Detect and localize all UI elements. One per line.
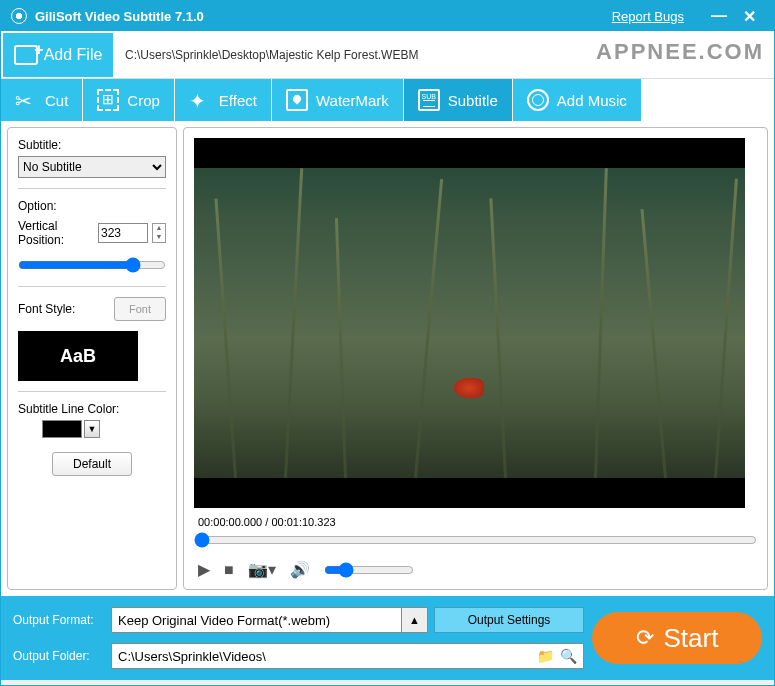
scrubber[interactable] [194, 532, 757, 548]
subtitle-label: Subtitle: [18, 138, 166, 152]
scissors-icon [15, 89, 37, 111]
start-label: Start [664, 623, 719, 654]
titlebar: GiliSoft Video Subtitle 7.1.0 Report Bug… [1, 1, 774, 31]
sidebar: Subtitle: No Subtitle Option: Vertical P… [7, 127, 177, 590]
stop-button[interactable]: ■ [224, 561, 234, 579]
vertical-position-slider[interactable] [18, 257, 166, 273]
output-format-dropdown[interactable]: ▲ [402, 607, 428, 633]
music-icon [527, 89, 549, 111]
app-title: GiliSoft Video Subtitle 7.1.0 [35, 9, 204, 24]
tab-music-label: Add Music [557, 92, 627, 109]
font-style-label: Font Style: [18, 302, 75, 316]
output-format-label: Output Format: [13, 613, 103, 627]
default-button[interactable]: Default [52, 452, 132, 476]
output-format-select[interactable]: Keep Original Video Format(*.webm) [111, 607, 402, 633]
tab-effect[interactable]: Effect [175, 79, 271, 121]
open-folder-icon[interactable]: 🔍 [560, 648, 577, 664]
footer: Output Format: Keep Original Video Forma… [1, 596, 774, 680]
play-button[interactable]: ▶ [198, 560, 210, 579]
close-button[interactable]: ✕ [734, 7, 764, 26]
font-preview: AaB [18, 331, 138, 381]
font-button[interactable]: Font [114, 297, 166, 321]
video-preview[interactable] [194, 138, 745, 508]
effect-icon [189, 89, 211, 111]
watermark-icon [286, 89, 308, 111]
vertical-position-label: Vertical Position: [18, 219, 94, 247]
start-button[interactable]: ⟳ Start [592, 612, 762, 664]
tab-music[interactable]: Add Music [513, 79, 641, 121]
tab-crop-label: Crop [127, 92, 160, 109]
tabs: Cut Crop Effect WaterMark Subtitle Add M… [1, 79, 774, 121]
timecode: 00:00:00.000 / 00:01:10.323 [194, 516, 757, 528]
browse-folder-icon[interactable]: 📁 [537, 648, 554, 664]
tab-crop[interactable]: Crop [83, 79, 174, 121]
tab-watermark-label: WaterMark [316, 92, 389, 109]
crop-icon [97, 89, 119, 111]
tab-cut[interactable]: Cut [1, 79, 82, 121]
volume-icon[interactable]: 🔊 [290, 560, 310, 579]
line-color-label: Subtitle Line Color: [18, 402, 166, 416]
tab-cut-label: Cut [45, 92, 68, 109]
file-bar: Add File C:\Users\Sprinkle\Desktop\Majes… [1, 31, 774, 79]
playback-controls: ▶ ■ 📷▾ 🔊 [194, 560, 757, 579]
line-color-swatch[interactable] [42, 420, 82, 438]
minimize-button[interactable]: — [704, 7, 734, 25]
output-folder-value: C:\Users\Sprinkle\Videos\ [118, 649, 266, 664]
report-bugs-link[interactable]: Report Bugs [612, 9, 684, 24]
tab-watermark[interactable]: WaterMark [272, 79, 403, 121]
subtitle-icon [418, 89, 440, 111]
tab-subtitle-label: Subtitle [448, 92, 498, 109]
subtitle-select[interactable]: No Subtitle [18, 156, 166, 178]
option-label: Option: [18, 199, 166, 213]
output-folder-label: Output Folder: [13, 649, 103, 663]
add-file-icon [14, 45, 38, 65]
app-icon [11, 8, 27, 24]
preview-panel: 00:00:00.000 / 00:01:10.323 ▶ ■ 📷▾ 🔊 [183, 127, 768, 590]
tab-subtitle[interactable]: Subtitle [404, 79, 512, 121]
volume-slider[interactable] [324, 562, 414, 578]
add-file-label: Add File [44, 46, 103, 64]
tab-effect-label: Effect [219, 92, 257, 109]
output-folder-input[interactable]: C:\Users\Sprinkle\Videos\ 📁 🔍 [111, 643, 584, 669]
main-area: Subtitle: No Subtitle Option: Vertical P… [1, 121, 774, 596]
output-settings-button[interactable]: Output Settings [434, 607, 584, 633]
watermark-text: APPNEE.COM [596, 39, 764, 65]
spinner-down-icon[interactable]: ▼ [153, 233, 165, 242]
vertical-position-spinner[interactable]: ▲▼ [152, 223, 166, 243]
vertical-position-input[interactable] [98, 223, 148, 243]
refresh-icon: ⟳ [636, 625, 654, 651]
snapshot-button[interactable]: 📷▾ [248, 560, 276, 579]
line-color-dropdown[interactable]: ▼ [84, 420, 100, 438]
spinner-up-icon[interactable]: ▲ [153, 224, 165, 233]
add-file-button[interactable]: Add File [3, 33, 113, 77]
